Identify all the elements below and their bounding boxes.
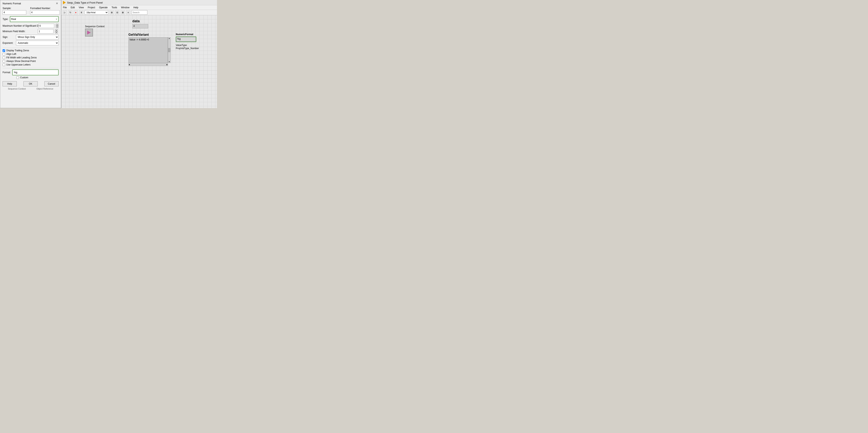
max-sig-down-btn[interactable]: ▼ xyxy=(56,26,59,28)
search-input[interactable] xyxy=(131,10,147,14)
dialog-title: Numeric Format xyxy=(3,2,21,5)
seq-context-block: Sequence Context xyxy=(85,25,104,36)
sign-select[interactable]: Minus Sign Only Always Show Sign Space f… xyxy=(16,35,59,39)
format-input[interactable] xyxy=(12,70,58,75)
align-left-checkbox[interactable] xyxy=(3,53,5,56)
menu-tools[interactable]: Tools xyxy=(111,6,118,9)
front-panel: Sequ_Data Type.vi Front Panel File Edit … xyxy=(61,0,217,108)
separator-2 xyxy=(3,68,59,68)
run-continuously-btn[interactable]: ↻ xyxy=(68,10,72,14)
fill-width-row: Fill Width with Leading Zeros xyxy=(3,56,59,59)
scroll-handle-v[interactable] xyxy=(168,48,170,52)
min-field-down-btn[interactable]: ▼ xyxy=(55,31,58,34)
button-row: Help OK Cancel xyxy=(3,81,59,86)
menu-operate[interactable]: Operate xyxy=(98,6,108,9)
canvas-grid: Sequence Context data 4 GetValVariant Va… xyxy=(61,15,217,108)
exponent-select[interactable]: Automatic Engineering Scientific xyxy=(16,41,59,45)
always-decimal-label: Always Show Decimal Point xyxy=(6,60,36,63)
sample-input[interactable] xyxy=(3,10,26,14)
formatted-input[interactable] xyxy=(30,10,60,14)
reorder-btn[interactable]: ≡ xyxy=(126,10,130,14)
close-button[interactable]: ✕ xyxy=(56,2,59,5)
toolbar: ▷ ↻ ● ⏸ 18pt Arial ⊞ ⊟ ⊠ ≡ xyxy=(61,10,217,15)
formatted-group: Formatted Number: xyxy=(30,7,60,14)
scroll-up-arrow[interactable]: ▲ xyxy=(168,37,170,39)
seq-arrow-icon xyxy=(87,31,91,34)
getval-scrollbar-bottom[interactable]: ◀ ▶ xyxy=(128,63,168,66)
uppercase-checkbox[interactable] xyxy=(3,64,5,66)
max-sig-digits-row: Maximum Number of Significant Digits: ▲ … xyxy=(3,24,59,28)
exponent-row: Exponent: Automatic Engineering Scientif… xyxy=(3,41,59,45)
help-button[interactable]: Help xyxy=(3,81,17,86)
footer-labels: Sequence Context Object Reference xyxy=(3,88,59,90)
fp-title: Sequ_Data Type.vi Front Panel xyxy=(67,1,102,4)
pause-btn[interactable]: ⏸ xyxy=(79,10,84,14)
run-btn[interactable]: ▷ xyxy=(63,10,67,14)
min-field-width-input[interactable] xyxy=(38,29,54,34)
custom-row: Custom xyxy=(17,76,59,79)
sample-section: Sample: Formatted Number: xyxy=(3,7,59,14)
display-trailing-zeros-label: Display Trailing Zeros xyxy=(6,49,29,52)
cancel-button[interactable]: Cancel xyxy=(44,81,59,86)
numformat-title: NumericFormat xyxy=(176,33,196,36)
getval-scrollbar-right[interactable]: ▲ ▼ xyxy=(168,37,170,63)
font-select[interactable]: 18pt Arial xyxy=(85,10,108,14)
menu-window[interactable]: Window xyxy=(120,6,130,9)
sign-row: Sign: Minus Sign Only Always Show Sign S… xyxy=(3,35,59,39)
format-section: Format: xyxy=(3,69,59,75)
abort-btn[interactable]: ● xyxy=(73,10,78,14)
always-decimal-checkbox[interactable] xyxy=(3,60,5,63)
valuetype-title: ValueType xyxy=(176,44,199,47)
always-decimal-row: Always Show Decimal Point xyxy=(3,60,59,63)
fill-width-checkbox[interactable] xyxy=(3,56,5,59)
numformat-value[interactable]: %g xyxy=(176,37,196,42)
display-trailing-zeros-row: Display Trailing Zeros xyxy=(3,49,59,52)
menu-help[interactable]: Help xyxy=(132,6,139,9)
menu-project[interactable]: Project xyxy=(87,6,96,9)
custom-label: Custom xyxy=(20,76,28,79)
sample-group: Sample: xyxy=(3,7,26,14)
valuetype-value: PropValType_Number xyxy=(176,47,199,50)
footer-seq-context: Sequence Context xyxy=(8,88,26,90)
getval-title: GetValVariant xyxy=(128,33,170,36)
scroll-left-arrow[interactable]: ◀ xyxy=(129,64,130,65)
menu-file[interactable]: File xyxy=(62,6,67,9)
align-left-label: Align Left xyxy=(6,53,16,56)
align-left-row: Align Left xyxy=(3,53,59,56)
max-sig-digits-spinner: ▲ ▼ xyxy=(56,24,59,28)
seq-context-label: Sequence Context xyxy=(85,25,104,28)
menu-view[interactable]: View xyxy=(78,6,85,9)
formatted-label: Formatted Number: xyxy=(30,7,60,10)
run-arrow-icon[interactable] xyxy=(63,1,66,4)
data-title: data xyxy=(132,19,148,23)
distribute-btn[interactable]: ⊟ xyxy=(115,10,119,14)
getval-block: GetValVariant Value -> 4.000E+0 ▲ ▼ ◀ ▶ xyxy=(128,33,170,66)
scroll-down-arrow[interactable]: ▼ xyxy=(168,61,170,63)
format-input-wrapper xyxy=(12,69,59,75)
seq-context-icon[interactable] xyxy=(85,29,93,36)
sample-label: Sample: xyxy=(3,7,26,10)
numformat-block: NumericFormat %g xyxy=(176,33,196,42)
type-select[interactable]: Real Integer Hexadecimal xyxy=(10,17,58,22)
numeric-format-dialog: Numeric Format ✕ Sample: Formatted Numbe… xyxy=(0,0,61,108)
min-field-width-row: Minimum Field Width: ▲ ▼ xyxy=(3,29,59,34)
custom-checkbox[interactable] xyxy=(17,76,19,79)
align-btn[interactable]: ⊞ xyxy=(110,10,114,14)
max-sig-up-btn[interactable]: ▲ xyxy=(56,24,59,26)
type-label: Type: xyxy=(3,18,8,21)
getval-content[interactable]: Value -> 4.000E+0 xyxy=(128,37,168,63)
uppercase-label: Use Uppercase Letters xyxy=(6,63,31,66)
resize-btn[interactable]: ⊠ xyxy=(121,10,125,14)
ok-button[interactable]: OK xyxy=(24,81,38,86)
max-sig-digits-input[interactable] xyxy=(38,24,54,28)
data-value-box[interactable]: 4 xyxy=(132,24,148,28)
menu-edit[interactable]: Edit xyxy=(70,6,75,9)
min-field-up-btn[interactable]: ▲ xyxy=(55,29,58,31)
uppercase-row: Use Uppercase Letters xyxy=(3,63,59,66)
display-trailing-zeros-checkbox[interactable] xyxy=(3,49,5,52)
footer-obj-ref: Object Reference xyxy=(36,88,53,90)
scroll-right-arrow[interactable]: ▶ xyxy=(166,64,168,65)
max-sig-digits-label: Maximum Number of Significant Digits: xyxy=(3,25,37,27)
data-block: data 4 xyxy=(132,19,148,28)
min-field-width-spinner: ▲ ▼ xyxy=(55,29,58,34)
